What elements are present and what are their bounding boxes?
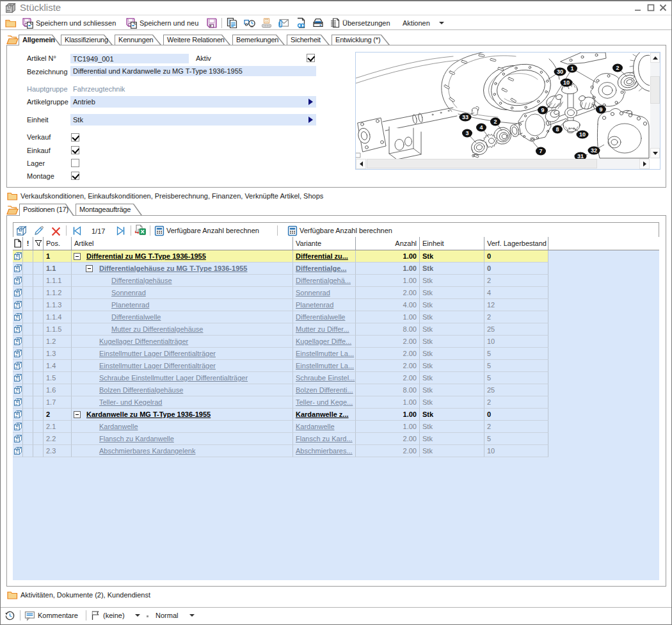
header-einheit[interactable]: Einheit	[420, 237, 484, 250]
flag-dropdown[interactable]: (keine)	[91, 610, 140, 621]
artikel-link[interactable]: Differentialwelle	[111, 313, 161, 321]
collapse-box[interactable]	[74, 411, 81, 418]
image-vscrollbar[interactable]	[650, 53, 660, 159]
header-doc-icon[interactable]	[13, 237, 23, 250]
tab-weitere-relationen[interactable]: Weitere Relationen	[163, 35, 230, 45]
header-verf[interactable]: Verf. Lagerbestand	[484, 237, 548, 250]
email-button[interactable]	[278, 17, 289, 29]
artikelgruppe-arrow-icon[interactable]	[308, 99, 313, 105]
folder-icon[interactable]	[5, 17, 17, 29]
export-excel-button[interactable]	[134, 224, 147, 236]
artikel-link[interactable]: Flansch zu Kardanwelle	[99, 435, 174, 442]
tab-montageauftr-ge[interactable]: Montageaufträge	[76, 204, 142, 215]
artikel-link[interactable]: Schraube Einstellmutter Lager Differenti…	[99, 374, 248, 382]
first-record-button[interactable]	[72, 225, 83, 236]
artikel-link[interactable]: Differentialgehäuse zu MG T-Type 1936-19…	[99, 264, 247, 272]
image-vscroll-thumb[interactable]	[650, 76, 660, 104]
variante-link[interactable]: Planetenrad	[296, 301, 333, 309]
uebersetzungen-button[interactable]: Übersetzungen	[330, 17, 390, 29]
edit-position-button[interactable]	[33, 225, 44, 236]
artikel-no-input[interactable]: TC1949_001	[70, 54, 189, 63]
conveyor-box-button-disabled[interactable]	[261, 17, 272, 29]
variante-link[interactable]: Differential zu...	[296, 252, 348, 260]
footer-sections-bar[interactable]: Aktivitäten, Dokumente (2), Kundendienst	[0, 590, 672, 601]
bezeichnung-input[interactable]: Differential und Kardanwelle zu MG T-Typ…	[70, 66, 316, 76]
save-and-new-button[interactable]: Speichern und neu	[125, 17, 198, 29]
tab-sicherheit[interactable]: Sicherheit	[287, 35, 330, 45]
variante-link[interactable]: Schraube Einstel...	[296, 374, 355, 382]
image-hscroll-thumb[interactable]	[367, 159, 597, 168]
einheit-dropdown[interactable]: Stk	[70, 114, 316, 126]
tab-allgemein[interactable]: Allgemein	[19, 35, 61, 45]
artikel-link[interactable]: Mutter zu Differentialgehäuse	[111, 325, 204, 333]
calc-available-button[interactable]: Verfügbare Anzahl berechnen	[154, 225, 259, 236]
artikel-link[interactable]: Bolzen Differentialgehäuse	[99, 386, 183, 394]
save-button[interactable]	[206, 17, 218, 29]
variante-link[interactable]: Differentialgehä...	[296, 277, 351, 284]
header-filter-icon[interactable]	[33, 237, 44, 250]
collapse-box[interactable]	[74, 253, 81, 260]
artikel-link[interactable]: Planetenrad	[111, 301, 149, 309]
header-artikel[interactable]: Artikel	[72, 237, 293, 250]
einkauf-checkbox[interactable]	[71, 146, 79, 154]
variante-link[interactable]: Bolzen Differenti...	[296, 386, 353, 394]
variante-link[interactable]: Kardanwelle	[296, 423, 335, 430]
image-hscroll-right-button[interactable]	[639, 159, 650, 169]
calc-available-button-2[interactable]: Verfügbare Anzahl berechnen	[287, 225, 392, 236]
verkauf-checkbox[interactable]	[71, 133, 79, 142]
aktiv-checkbox[interactable]	[307, 54, 315, 62]
variante-link[interactable]: Einstellmutter La...	[296, 350, 354, 357]
delete-position-button[interactable]	[51, 225, 61, 237]
tab-positionen-17-[interactable]: Positionen (17)	[19, 204, 74, 216]
variante-link[interactable]: Abschmierbares...	[296, 447, 353, 455]
artikel-link[interactable]: Differential zu MG T-Type 1936-1955	[86, 252, 206, 260]
tab-kennungen[interactable]: Kennungen	[115, 35, 161, 45]
variante-link[interactable]: Differentialwelle	[296, 313, 345, 321]
lager-checkbox[interactable]	[71, 159, 79, 167]
image-vscroll-up-button[interactable]	[650, 53, 660, 63]
variante-link[interactable]: Sonnenrad	[296, 289, 330, 296]
priority-dropdown[interactable]: Normal	[156, 610, 195, 621]
artikel-link[interactable]: Einstellmutter Lager Differentialträger	[99, 350, 216, 357]
artikel-link[interactable]: Sonnenrad	[111, 289, 146, 296]
header-pos[interactable]: Pos.	[44, 237, 72, 250]
artikelgruppe-dropdown[interactable]: Antrieb	[70, 96, 316, 108]
variante-link[interactable]: Mutter zu Differ...	[296, 325, 349, 333]
save-and-close-button[interactable]: Speichern und schliessen	[22, 17, 116, 29]
einheit-arrow-icon[interactable]	[308, 117, 313, 123]
aktionen-dropdown[interactable]: Aktionen	[403, 17, 444, 29]
artikel-link[interactable]: Kardanwelle	[99, 423, 138, 430]
artikel-link[interactable]: Kugellager Diffenentialträger	[99, 337, 188, 345]
dispo-truck-clock-button[interactable]	[244, 17, 255, 29]
collapse-box[interactable]	[86, 265, 93, 272]
header-anzahl[interactable]: Anzahl	[356, 237, 420, 250]
scanner-button[interactable]	[312, 17, 324, 29]
image-hscroll-left-button[interactable]	[356, 159, 366, 169]
artikel-link[interactable]: Kardanwelle zu MG T-Type 1936-1955	[86, 410, 211, 418]
variante-link[interactable]: Teller- und Kege...	[296, 398, 353, 406]
header-variante[interactable]: Variante	[293, 237, 356, 250]
tab-bemerkungen[interactable]: Bemerkungen	[232, 35, 285, 45]
copy-button[interactable]	[227, 17, 237, 29]
tab-entwicklung-[interactable]: Entwicklung (*)	[332, 35, 390, 45]
artikel-link[interactable]: Teller- und Kegelrad	[99, 398, 162, 406]
new-position-button[interactable]	[16, 225, 27, 236]
montage-checkbox[interactable]	[71, 172, 79, 180]
kommentare-button[interactable]: Kommentare	[24, 610, 78, 621]
close-button[interactable]	[657, 2, 669, 13]
variante-link[interactable]: Flansch zu Kard...	[296, 435, 353, 442]
variante-link[interactable]: Kugellager Diffe...	[296, 337, 351, 345]
last-record-button[interactable]	[115, 225, 126, 236]
header-exclamation[interactable]: !	[23, 237, 33, 250]
variante-link[interactable]: Kardanwelle z...	[296, 410, 349, 418]
artikel-link[interactable]: Einstellmutter Lager Differentialträger	[99, 362, 216, 369]
variante-link[interactable]: Einstellmutter La...	[296, 362, 354, 369]
collapsed-sections-bar[interactable]: Verkaufskonditionen, Einkaufskonditionen…	[0, 191, 672, 202]
image-hscrollbar[interactable]	[356, 159, 650, 169]
artikel-link[interactable]: Abschmierbares Kardangelenk	[99, 447, 195, 455]
artikel-link[interactable]: Differentialgehäuse	[111, 277, 172, 284]
minimize-button[interactable]	[632, 2, 644, 13]
variante-link[interactable]: Differentialge...	[296, 264, 346, 272]
image-vscroll-down-button[interactable]	[650, 148, 660, 158]
tab-klassifizierung[interactable]: Klassifizierung	[61, 35, 113, 45]
